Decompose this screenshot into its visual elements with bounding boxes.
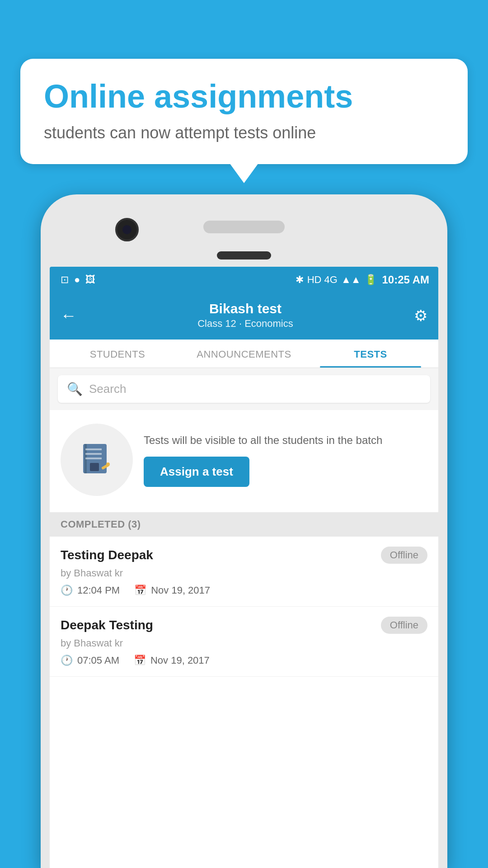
settings-button[interactable]: ⚙ <box>414 307 427 325</box>
assign-description: Tests will be visible to all the student… <box>144 433 427 448</box>
app-icon-1: ⊡ <box>61 274 69 286</box>
back-button[interactable]: ← <box>61 306 77 325</box>
phone-speaker <box>203 221 285 233</box>
test-name: Deepak Testing <box>61 618 153 632</box>
whatsapp-icon: ● <box>74 274 80 286</box>
phone-camera <box>115 218 139 241</box>
assign-content: Tests will be visible to all the student… <box>144 433 427 487</box>
header-title: Bikash test <box>197 301 293 316</box>
status-info-right: ✱ HD 4G ▲▲ 🔋 10:25 AM <box>296 274 429 286</box>
phone-earpiece <box>217 251 271 259</box>
calendar-icon: 📅 <box>134 585 146 596</box>
battery-icon: 🔋 <box>365 274 377 286</box>
svg-rect-2 <box>85 448 102 450</box>
test-badge: Offline <box>381 617 427 634</box>
test-author: by Bhaswat kr <box>61 567 427 579</box>
status-icons-left: ⊡ ● 🖼 <box>61 274 95 286</box>
calendar-icon: 📅 <box>134 655 146 666</box>
search-icon: 🔍 <box>67 382 83 396</box>
signal-bars: ▲▲ <box>341 274 361 286</box>
test-item-header: Deepak Testing Offline <box>61 617 427 634</box>
header-center: Bikash test Class 12 · Economics <box>197 301 293 330</box>
assign-test-button[interactable]: Assign a test <box>144 457 249 487</box>
search-placeholder: Search <box>89 382 126 396</box>
header-subtitle: Class 12 · Economics <box>197 318 293 330</box>
test-meta: 🕐 12:04 PM 📅 Nov 19, 2017 <box>61 585 427 596</box>
status-time: 10:25 AM <box>382 274 429 286</box>
app-header: ← Bikash test Class 12 · Economics ⚙ <box>50 293 438 340</box>
test-meta: 🕐 07:05 AM 📅 Nov 19, 2017 <box>61 655 427 666</box>
tab-announcements[interactable]: ANNOUNCEMENTS <box>181 340 307 368</box>
assign-icon-wrap <box>61 424 133 496</box>
status-bar: ⊡ ● 🖼 ✱ HD 4G ▲▲ 🔋 10:25 AM <box>50 267 438 293</box>
phone-screen: ⊡ ● 🖼 ✱ HD 4G ▲▲ 🔋 10:25 AM ← Bikash tes… <box>50 267 438 868</box>
test-date: 📅 Nov 19, 2017 <box>134 585 210 596</box>
search-bar[interactable]: 🔍 Search <box>58 375 430 403</box>
tab-bar: STUDENTS ANNOUNCEMENTS TESTS <box>50 340 438 368</box>
svg-rect-4 <box>85 458 102 459</box>
phone-frame: ⊡ ● 🖼 ✱ HD 4G ▲▲ 🔋 10:25 AM ← Bikash tes… <box>41 194 447 868</box>
tab-students[interactable]: STUDENTS <box>54 340 181 368</box>
test-item[interactable]: Testing Deepak Offline by Bhaswat kr 🕐 1… <box>50 537 438 607</box>
svg-rect-3 <box>85 453 102 455</box>
signal-text: HD 4G <box>307 274 338 286</box>
assign-card: Tests will be visible to all the student… <box>50 410 438 512</box>
test-time: 🕐 07:05 AM <box>61 655 119 666</box>
clock-icon: 🕐 <box>61 585 73 596</box>
bubble-title: Online assignments <box>44 79 444 114</box>
bluetooth-icon: ✱ <box>296 274 304 286</box>
tab-tests[interactable]: TESTS <box>307 340 434 368</box>
test-name: Testing Deepak <box>61 548 153 562</box>
notebook-svg-icon <box>76 439 117 480</box>
search-section: 🔍 Search <box>50 368 438 410</box>
speech-bubble: Online assignments students can now atte… <box>20 59 468 164</box>
test-time: 🕐 12:04 PM <box>61 585 120 596</box>
image-icon: 🖼 <box>85 274 95 286</box>
completed-section-header: COMPLETED (3) <box>50 512 438 537</box>
completed-label: COMPLETED (3) <box>61 519 141 530</box>
test-badge: Offline <box>381 547 427 564</box>
test-item-header: Testing Deepak Offline <box>61 547 427 564</box>
test-item[interactable]: Deepak Testing Offline by Bhaswat kr 🕐 0… <box>50 607 438 677</box>
svg-point-7 <box>106 462 110 466</box>
clock-icon: 🕐 <box>61 655 73 666</box>
test-date: 📅 Nov 19, 2017 <box>134 655 210 666</box>
test-author: by Bhaswat kr <box>61 637 427 649</box>
bubble-subtitle: students can now attempt tests online <box>44 123 444 142</box>
svg-rect-5 <box>90 463 99 471</box>
